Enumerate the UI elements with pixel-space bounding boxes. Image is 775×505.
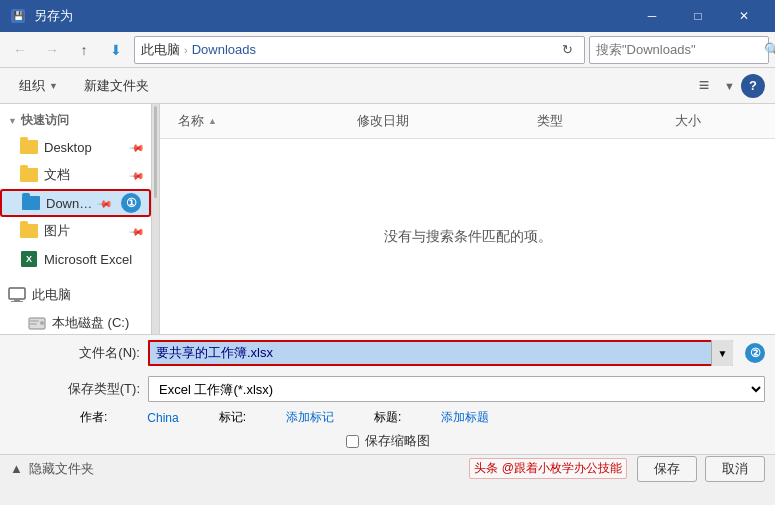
save-button[interactable]: 保存 bbox=[637, 456, 697, 482]
col-type-header[interactable]: 类型 bbox=[529, 108, 668, 134]
annotation-1: ① bbox=[121, 193, 141, 213]
search-icon: 🔍 bbox=[764, 42, 775, 57]
view-button[interactable]: ≡ bbox=[690, 73, 718, 99]
file-name-input[interactable] bbox=[148, 340, 733, 366]
pictures-folder-icon bbox=[20, 222, 38, 240]
up-button[interactable]: ↑ bbox=[70, 37, 98, 63]
address-current-folder: Downloads bbox=[192, 42, 256, 57]
file-name-row: 文件名(N): ▼ ② bbox=[0, 335, 775, 371]
svg-rect-4 bbox=[11, 301, 23, 302]
pc-label: 此电脑 bbox=[141, 41, 180, 59]
sidebar-item-desktop[interactable]: Desktop 📌 bbox=[0, 133, 151, 161]
pin-icon-documents: 📌 bbox=[129, 167, 145, 183]
sidebar-item-downloads-label: Downloads bbox=[46, 196, 93, 211]
sidebar: ▼ 快速访问 Desktop 📌 bbox=[0, 104, 160, 334]
main-content: ▼ 快速访问 Desktop 📌 bbox=[0, 104, 775, 334]
annotation-2: ② bbox=[745, 343, 765, 363]
file-type-row: 保存类型(T): Excel 工作簿(*.xlsx) bbox=[0, 371, 775, 407]
toolbar: 组织 ▼ 新建文件夹 ≡ ▼ ? bbox=[0, 68, 775, 104]
sidebar-item-excel[interactable]: X Microsoft Excel bbox=[0, 245, 151, 273]
search-input[interactable] bbox=[596, 42, 764, 57]
file-name-label: 文件名(N): bbox=[60, 344, 140, 362]
address-crumb-thispc: 此电脑 bbox=[141, 41, 180, 59]
sidebar-item-pictures-label: 图片 bbox=[44, 222, 125, 240]
pin-icon-desktop: 📌 bbox=[129, 139, 145, 155]
excel-icon: X bbox=[20, 250, 38, 268]
sidebar-item-excel-label: Microsoft Excel bbox=[44, 252, 143, 267]
documents-folder-icon bbox=[20, 166, 38, 184]
pin-icon-pictures: 📌 bbox=[129, 223, 145, 239]
address-separator: › bbox=[184, 44, 188, 56]
file-name-dropdown-arrow[interactable]: ▼ bbox=[711, 340, 733, 366]
svg-rect-2 bbox=[9, 288, 25, 299]
author-label: 作者: bbox=[80, 409, 107, 426]
name-sort-arrow: ▲ bbox=[208, 116, 217, 126]
maximize-button[interactable]: □ bbox=[675, 0, 721, 32]
status-bar: ▲ 隐藏文件夹 头条 @跟着小枚学办公技能 保存 取消 bbox=[0, 454, 775, 482]
disk-icon bbox=[28, 314, 46, 332]
sidebar-item-documents-label: 文档 bbox=[44, 166, 125, 184]
tag-value[interactable]: 添加标记 bbox=[286, 409, 334, 426]
window-title: 另存为 bbox=[34, 7, 629, 25]
forward-button[interactable]: → bbox=[38, 37, 66, 63]
file-type-input-container: Excel 工作簿(*.xlsx) bbox=[148, 376, 765, 402]
sidebar-item-documents[interactable]: 文档 📌 bbox=[0, 161, 151, 189]
downloads-folder-icon bbox=[22, 194, 40, 212]
sidebar-item-thispc-label: 此电脑 bbox=[32, 286, 143, 304]
col-size-header[interactable]: 大小 bbox=[667, 108, 765, 134]
watermark: 头条 @跟着小枚学办公技能 bbox=[469, 458, 627, 479]
address-bar[interactable]: 此电脑 › Downloads ↻ bbox=[134, 36, 585, 64]
window-icon: 💾 bbox=[8, 6, 28, 26]
hide-arrow-icon: ▲ bbox=[10, 461, 23, 476]
svg-rect-8 bbox=[30, 323, 37, 325]
file-list-empty: 没有与搜索条件匹配的项。 bbox=[160, 139, 775, 334]
close-button[interactable]: ✕ bbox=[721, 0, 767, 32]
sidebar-item-downloads[interactable]: Downloads 📌 ① bbox=[0, 189, 151, 217]
svg-point-6 bbox=[40, 321, 44, 325]
help-button[interactable]: ? bbox=[741, 74, 765, 98]
file-list-header: 名称 ▲ 修改日期 类型 大小 bbox=[160, 104, 775, 139]
col-name-header[interactable]: 名称 ▲ bbox=[170, 108, 349, 134]
minimize-button[interactable]: ─ bbox=[629, 0, 675, 32]
meta-row: 作者: China 标记: 添加标记 标题: 添加标题 bbox=[0, 407, 775, 428]
toolbar-right: ≡ ▼ ? bbox=[690, 73, 765, 99]
file-type-select[interactable]: Excel 工作簿(*.xlsx) bbox=[148, 376, 765, 402]
this-pc-section: 此电脑 本地磁盘 (C:) bbox=[0, 277, 151, 334]
refresh-button[interactable]: ↻ bbox=[556, 39, 578, 61]
file-area: 名称 ▲ 修改日期 类型 大小 没有与搜索条件匹配的项。 bbox=[160, 104, 775, 334]
thumbnail-checkbox[interactable] bbox=[346, 435, 359, 448]
quick-access-header[interactable]: ▼ 快速访问 bbox=[0, 108, 151, 133]
checkbox-row: 保存缩略图 bbox=[0, 428, 775, 454]
cancel-button[interactable]: 取消 bbox=[705, 456, 765, 482]
sidebar-item-localdisk[interactable]: 本地磁盘 (C:) bbox=[0, 309, 151, 334]
status-right: 头条 @跟着小枚学办公技能 保存 取消 bbox=[469, 456, 765, 482]
title-value[interactable]: 添加标题 bbox=[441, 409, 489, 426]
new-folder-button[interactable]: 新建文件夹 bbox=[75, 72, 158, 100]
organize-button[interactable]: 组织 ▼ bbox=[10, 72, 67, 100]
svg-text:💾: 💾 bbox=[13, 10, 25, 22]
title-bar: 💾 另存为 ─ □ ✕ bbox=[0, 0, 775, 32]
window-controls: ─ □ ✕ bbox=[629, 0, 767, 32]
quick-access-section: ▼ 快速访问 Desktop 📌 bbox=[0, 104, 151, 277]
download-nav-button[interactable]: ⬇ bbox=[102, 37, 130, 63]
hide-folders-button[interactable]: ▲ 隐藏文件夹 bbox=[10, 460, 94, 478]
empty-message: 没有与搜索条件匹配的项。 bbox=[384, 228, 552, 246]
svg-rect-3 bbox=[14, 299, 20, 301]
author-value[interactable]: China bbox=[147, 411, 178, 425]
sidebar-item-pictures[interactable]: 图片 📌 bbox=[0, 217, 151, 245]
sidebar-scrollbar[interactable] bbox=[151, 104, 159, 334]
navigation-bar: ← → ↑ ⬇ 此电脑 › Downloads ↻ 🔍 bbox=[0, 32, 775, 68]
file-name-input-container: ▼ bbox=[148, 340, 733, 366]
col-date-header[interactable]: 修改日期 bbox=[349, 108, 528, 134]
sidebar-item-localdisk-label: 本地磁盘 (C:) bbox=[52, 314, 143, 332]
back-button[interactable]: ← bbox=[6, 37, 34, 63]
tag-label: 标记: bbox=[219, 409, 246, 426]
search-bar[interactable]: 🔍 bbox=[589, 36, 769, 64]
organize-dropdown-arrow: ▼ bbox=[49, 81, 58, 91]
desktop-folder-icon bbox=[20, 138, 38, 156]
title-label: 标题: bbox=[374, 409, 401, 426]
sidebar-item-desktop-label: Desktop bbox=[44, 140, 125, 155]
this-pc-icon bbox=[8, 286, 26, 304]
sidebar-item-thispc[interactable]: 此电脑 bbox=[0, 281, 151, 309]
thumbnail-checkbox-label[interactable]: 保存缩略图 bbox=[346, 432, 430, 450]
